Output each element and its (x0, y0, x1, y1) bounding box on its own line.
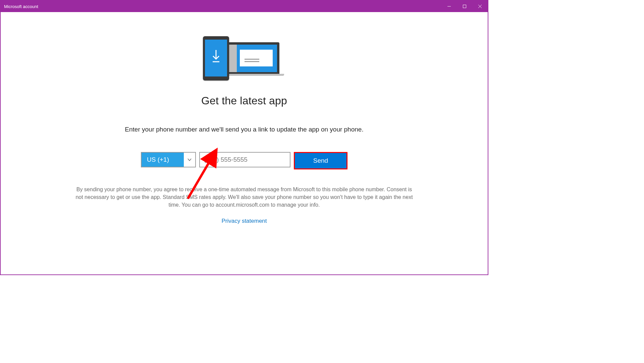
phone-number-input[interactable] (199, 152, 290, 167)
laptop-icon (226, 42, 279, 74)
window-title: Microsoft account (4, 4, 38, 9)
country-code-select[interactable]: US (+1) (141, 152, 196, 167)
disclaimer-text: By sending your phone number, you agree … (66, 186, 422, 209)
page-subtitle: Enter your phone number and we'll send y… (125, 126, 363, 133)
minimize-button[interactable] (441, 1, 457, 12)
close-icon (478, 4, 482, 8)
svg-rect-1 (463, 5, 466, 8)
title-bar: Microsoft account (1, 1, 488, 12)
send-button-highlight: Send (294, 152, 347, 169)
maximize-icon (463, 4, 467, 8)
maximize-button[interactable] (457, 1, 472, 12)
download-arrow-icon (211, 49, 221, 64)
app-window: Microsoft account (0, 0, 488, 275)
page-title: Get the latest app (201, 95, 287, 107)
minimize-icon (447, 4, 451, 8)
send-button[interactable]: Send (295, 153, 346, 168)
privacy-statement-link[interactable]: Privacy statement (221, 218, 267, 224)
hero-illustration (203, 36, 285, 82)
close-button[interactable] (472, 1, 488, 12)
page-content: Get the latest app Enter your phone numb… (1, 12, 488, 274)
chevron-down-icon (184, 153, 195, 167)
phone-form: US (+1) Send (141, 152, 347, 169)
phone-icon (203, 36, 229, 81)
window-controls (441, 1, 488, 12)
country-code-value: US (+1) (142, 153, 184, 167)
